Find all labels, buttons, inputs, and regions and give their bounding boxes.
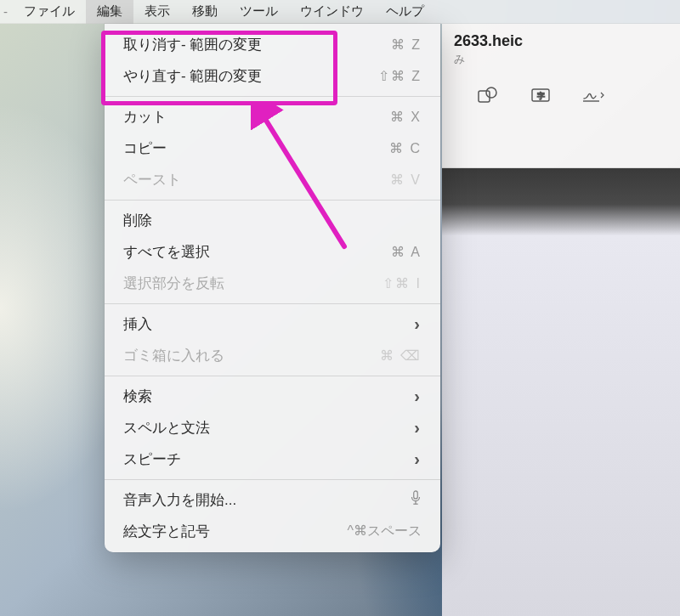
document-image-viewport: [442, 168, 680, 616]
menu-copy[interactable]: コピー ⌘ C: [105, 133, 440, 164]
menu-label: やり直す- 範囲の変更: [123, 66, 262, 86]
menu-separator: [105, 479, 440, 480]
menu-shortcut: ⌘ ⌫: [380, 348, 422, 364]
menu-label: スピーチ: [123, 449, 181, 469]
signature-tool-icon[interactable]: [580, 84, 607, 106]
menu-file[interactable]: ファイル: [13, 0, 86, 24]
menu-label: 取り消す- 範囲の変更: [123, 35, 262, 54]
menu-find[interactable]: 検索 ›: [105, 381, 440, 412]
menu-label: 削除: [123, 211, 152, 230]
menu-redo[interactable]: やり直す- 範囲の変更 ⇧⌘ Z: [105, 60, 440, 92]
chevron-right-icon: ›: [414, 449, 420, 469]
menu-apple-truncated: -: [3, 0, 13, 24]
menu-label: ゴミ箱に入れる: [123, 346, 224, 365]
menu-shortcut: ⌘ Z: [391, 37, 422, 53]
menu-window[interactable]: ウインドウ: [289, 0, 375, 24]
menu-shortcut: ⌘ C: [389, 140, 422, 156]
chevron-right-icon: ›: [414, 314, 420, 334]
window-title: 2633.heic: [442, 24, 680, 52]
menu-shortcut: ⇧⌘ Z: [378, 68, 422, 84]
menu-label: コピー: [123, 138, 167, 158]
menu-label: カット: [123, 107, 167, 127]
menu-paste: ペースト ⌘ V: [105, 164, 440, 195]
menu-select-all[interactable]: すべてを選択 ⌘ A: [105, 236, 440, 268]
menu-label: スペルと文法: [123, 418, 210, 438]
menu-label: 挿入: [123, 314, 152, 334]
edit-dropdown-menu: 取り消す- 範囲の変更 ⌘ Z やり直す- 範囲の変更 ⇧⌘ Z カット ⌘ X…: [105, 24, 440, 552]
menu-separator: [105, 96, 440, 97]
menu-start-dictation[interactable]: 音声入力を開始...: [105, 484, 440, 516]
menu-label: ペースト: [123, 170, 181, 189]
microphone-icon: [410, 490, 422, 510]
menu-speech[interactable]: スピーチ ›: [105, 444, 440, 475]
menu-label: 絵文字と記号: [123, 522, 210, 541]
menu-cut[interactable]: カット ⌘ X: [105, 101, 440, 133]
menu-separator: [105, 303, 440, 304]
menu-emoji-symbols[interactable]: 絵文字と記号 ^⌘スペース: [105, 516, 440, 547]
menu-label: すべてを選択: [123, 242, 210, 262]
menu-separator: [105, 376, 440, 376]
svg-text:字: 字: [537, 92, 545, 100]
menu-tools[interactable]: ツール: [229, 0, 289, 24]
window-toolbar: 字: [442, 67, 680, 115]
menu-go[interactable]: 移動: [181, 0, 229, 24]
menu-shortcut: ⌘ A: [391, 244, 422, 260]
menu-shortcut: ⌘ X: [390, 109, 422, 125]
menu-shortcut: ⌘ V: [390, 172, 422, 188]
menu-label: 音声入力を開始...: [123, 490, 236, 510]
chevron-right-icon: ›: [414, 387, 420, 406]
svg-point-4: [486, 88, 496, 98]
menu-shortcut: ^⌘スペース: [347, 523, 422, 540]
document-window-titlebar: 2633.heic み 字: [442, 24, 680, 168]
menu-shortcut: ⇧⌘ I: [382, 275, 422, 291]
menu-label: 選択部分を反転: [123, 274, 224, 293]
svg-rect-0: [414, 491, 418, 499]
menu-insert[interactable]: 挿入 ›: [105, 308, 440, 340]
menu-separator: [105, 200, 440, 201]
window-subtitle: み: [442, 52, 680, 67]
menu-help[interactable]: ヘルプ: [375, 0, 435, 24]
menu-move-to-trash: ゴミ箱に入れる ⌘ ⌫: [105, 340, 440, 371]
menu-undo[interactable]: 取り消す- 範囲の変更 ⌘ Z: [105, 29, 440, 60]
menubar: - ファイル 編集 表示 移動 ツール ウインドウ ヘルプ: [0, 0, 680, 24]
menu-edit[interactable]: 編集: [86, 0, 133, 24]
menu-invert-selection: 選択部分を反転 ⇧⌘ I: [105, 268, 440, 299]
menu-view[interactable]: 表示: [133, 0, 181, 24]
menu-spelling-grammar[interactable]: スペルと文法 ›: [105, 412, 440, 444]
shapes-tool-icon[interactable]: [474, 84, 502, 106]
text-tool-icon[interactable]: 字: [527, 84, 554, 106]
menu-label: 検索: [123, 387, 152, 406]
menu-delete[interactable]: 削除: [105, 205, 440, 236]
chevron-right-icon: ›: [414, 418, 420, 438]
